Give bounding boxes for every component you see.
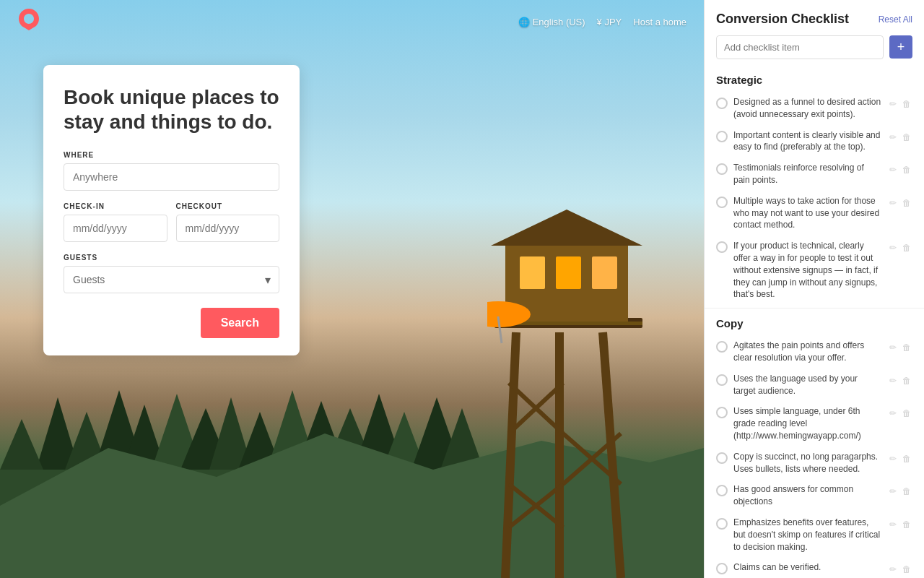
search-box: Book unique places to stay and things to… — [43, 65, 300, 355]
edit-icon[interactable]: ✏ — [888, 197, 898, 210]
checkbox-0-0[interactable] — [716, 98, 728, 109]
list-item: Copy is succinct, no long paragarphs. Us… — [705, 447, 924, 480]
checkout-label: CHECKOUT — [176, 202, 280, 210]
nav-right: 🌐 English (US) ¥ JPY Host a home — [518, 17, 687, 27]
search-title: Book unique places to stay and things to… — [64, 85, 279, 134]
edit-icon[interactable]: ✏ — [888, 341, 898, 354]
where-input[interactable] — [64, 163, 279, 191]
item-actions: ✏🗑 — [888, 197, 912, 210]
svg-line-18 — [505, 332, 516, 578]
checkout-field: CHECKOUT — [176, 202, 280, 242]
checkbox-1-5[interactable] — [716, 518, 728, 530]
item-text: Agitates the pain points and offers clea… — [733, 340, 882, 364]
item-text: Uses simple language, under 6th grade re… — [733, 405, 882, 441]
edit-icon[interactable]: ✏ — [888, 452, 898, 465]
add-item-row: + — [705, 35, 924, 68]
list-item: Emphasizes benefits over features, but d… — [705, 512, 924, 557]
edit-icon[interactable]: ✏ — [888, 485, 898, 498]
search-button-row: Search — [64, 293, 279, 338]
delete-icon[interactable]: 🗑 — [901, 131, 912, 144]
item-text: Emphasizes benefits over features, but d… — [733, 517, 882, 553]
section-title-1: Copy — [705, 311, 924, 335]
tower-structure — [487, 202, 646, 578]
list-item: Designed as a funnel to desired action (… — [705, 92, 924, 125]
checkout-input[interactable] — [176, 215, 280, 242]
delete-icon[interactable]: 🗑 — [901, 374, 912, 387]
delete-icon[interactable]: 🗑 — [901, 98, 912, 111]
item-text: Has good answers for common objections — [733, 483, 882, 508]
currency-selector[interactable]: ¥ JPY — [597, 17, 622, 27]
host-link[interactable]: Host a home — [633, 17, 687, 27]
checkbox-1-4[interactable] — [716, 485, 728, 496]
checkbox-1-0[interactable] — [716, 341, 728, 353]
item-text: Important content is clearly visible and… — [733, 129, 882, 154]
checkin-label: CHECK-IN — [64, 202, 167, 210]
airbnb-main: 🌐 English (US) ¥ JPY Host a home Book un… — [0, 0, 704, 578]
add-item-input[interactable] — [716, 35, 884, 59]
checklist-sections: StrategicDesigned as a funnel to desired… — [705, 68, 924, 578]
delete-icon[interactable]: 🗑 — [901, 407, 912, 420]
checkbox-1-6[interactable] — [716, 563, 728, 574]
item-actions: ✏🗑 — [888, 374, 912, 387]
airbnb-logo[interactable] — [17, 8, 40, 36]
delete-icon[interactable]: 🗑 — [901, 197, 912, 210]
item-text: Claims can be verified. — [733, 561, 882, 574]
delete-icon[interactable]: 🗑 — [901, 518, 912, 531]
date-row: CHECK-IN CHECKOUT — [64, 202, 279, 242]
list-item: Agitates the pain points and offers clea… — [705, 335, 924, 368]
edit-icon[interactable]: ✏ — [888, 407, 898, 420]
navbar: 🌐 English (US) ¥ JPY Host a home — [0, 0, 704, 43]
edit-icon[interactable]: ✏ — [888, 163, 898, 176]
reset-all-link[interactable]: Reset All — [879, 14, 912, 25]
checkbox-0-1[interactable] — [716, 131, 728, 142]
checkbox-1-3[interactable] — [716, 452, 728, 464]
guests-label: GUESTS — [64, 254, 279, 262]
edit-icon[interactable]: ✏ — [888, 241, 898, 254]
edit-icon[interactable]: ✏ — [888, 98, 898, 111]
svg-rect-32 — [592, 256, 617, 289]
edit-icon[interactable]: ✏ — [888, 131, 898, 144]
item-text: Designed as a funnel to desired action (… — [733, 96, 882, 121]
item-actions: ✏🗑 — [888, 241, 912, 254]
list-item: Uses simple language, under 6th grade re… — [705, 401, 924, 446]
edit-icon[interactable]: ✏ — [888, 518, 898, 531]
list-item: Important content is clearly visible and… — [705, 125, 924, 158]
item-text: Testimonials reinforce resolving of pain… — [733, 162, 882, 186]
list-item: If your product is technical, clearly of… — [705, 236, 924, 305]
item-actions: ✏🗑 — [888, 563, 912, 576]
item-actions: ✏🗑 — [888, 485, 912, 498]
checkbox-1-1[interactable] — [716, 374, 728, 386]
delete-icon[interactable]: 🗑 — [901, 563, 912, 576]
edit-icon[interactable]: ✏ — [888, 374, 898, 387]
search-button[interactable]: Search — [201, 308, 279, 338]
checklist-panel: Conversion Checklist Reset All + Strateg… — [704, 0, 924, 578]
delete-icon[interactable]: 🗑 — [901, 485, 912, 498]
checklist-header: Conversion Checklist Reset All — [705, 0, 924, 35]
section-divider — [705, 308, 924, 309]
delete-icon[interactable]: 🗑 — [901, 241, 912, 254]
delete-icon[interactable]: 🗑 — [901, 341, 912, 354]
list-item: Has good answers for common objections✏🗑 — [705, 479, 924, 512]
add-item-button[interactable]: + — [889, 35, 912, 59]
item-actions: ✏🗑 — [888, 341, 912, 354]
item-text: Copy is succinct, no long paragarphs. Us… — [733, 451, 882, 475]
checkin-input[interactable] — [64, 215, 167, 242]
edit-icon[interactable]: ✏ — [888, 563, 898, 576]
item-actions: ✏🗑 — [888, 98, 912, 111]
item-actions: ✏🗑 — [888, 518, 912, 531]
item-text: Multiple ways to take action for those w… — [733, 195, 882, 231]
item-actions: ✏🗑 — [888, 407, 912, 420]
checkbox-0-4[interactable] — [716, 241, 728, 253]
svg-rect-33 — [520, 256, 545, 289]
svg-line-20 — [603, 332, 621, 578]
item-text: Uses the language used by your target au… — [733, 373, 882, 397]
delete-icon[interactable]: 🗑 — [901, 452, 912, 465]
guests-select[interactable]: Guests 1 guest 2 guests 3 guests 4+ gues… — [64, 266, 279, 293]
language-selector[interactable]: 🌐 English (US) — [518, 17, 585, 27]
guests-select-wrapper: Guests 1 guest 2 guests 3 guests 4+ gues… — [64, 266, 279, 293]
delete-icon[interactable]: 🗑 — [901, 163, 912, 176]
checkbox-0-3[interactable] — [716, 197, 728, 208]
checkbox-1-2[interactable] — [716, 407, 728, 418]
guests-field-group: GUESTS Guests 1 guest 2 guests 3 guests … — [64, 254, 279, 293]
checkbox-0-2[interactable] — [716, 163, 728, 175]
